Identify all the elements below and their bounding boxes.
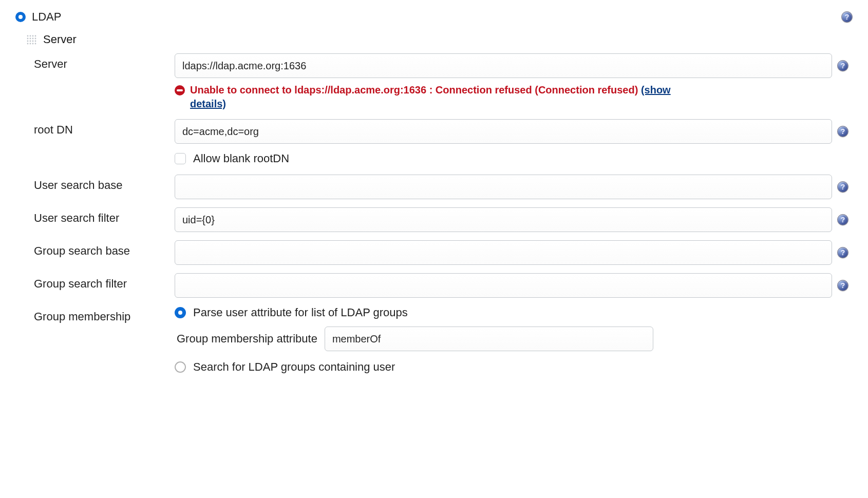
root-dn-label: root DN	[15, 119, 175, 137]
group-membership-parse-label: Parse user attribute for list of LDAP gr…	[193, 306, 408, 319]
svg-point-0	[27, 35, 29, 37]
group-search-filter-input[interactable]	[175, 273, 832, 298]
svg-point-1	[30, 35, 31, 37]
svg-point-7	[35, 38, 36, 40]
group-membership-attr-input[interactable]	[325, 327, 653, 351]
svg-point-4	[27, 38, 29, 40]
group-membership-search-label: Search for LDAP groups containing user	[193, 360, 395, 374]
user-search-filter-label: User search filter	[15, 207, 175, 225]
allow-blank-rootdn-checkbox[interactable]	[175, 153, 186, 164]
user-search-base-input[interactable]	[175, 175, 832, 199]
ldap-radio[interactable]	[15, 12, 26, 22]
svg-point-2	[32, 35, 34, 37]
server-subheader: Server	[43, 33, 77, 46]
help-icon[interactable]: ?	[837, 60, 848, 71]
svg-point-14	[32, 43, 34, 45]
group-search-base-input[interactable]	[175, 240, 832, 265]
section-title-ldap: LDAP	[32, 10, 61, 24]
svg-point-12	[27, 43, 29, 45]
svg-point-15	[35, 43, 36, 45]
user-search-filter-input[interactable]	[175, 207, 832, 232]
drag-handle-icon[interactable]	[26, 34, 37, 45]
server-label: Server	[15, 53, 175, 71]
help-icon[interactable]: ?	[837, 126, 848, 137]
svg-point-13	[30, 43, 31, 45]
svg-point-8	[27, 41, 29, 42]
group-membership-parse-radio[interactable]	[175, 307, 186, 318]
svg-point-10	[32, 41, 34, 42]
svg-point-5	[30, 38, 31, 40]
allow-blank-rootdn-label: Allow blank rootDN	[193, 152, 289, 165]
help-icon[interactable]: ?	[837, 247, 848, 258]
svg-point-11	[35, 41, 36, 42]
server-error-text: Unable to connect to ldaps://ldap.acme.o…	[190, 83, 678, 111]
svg-point-6	[32, 38, 34, 40]
error-icon	[175, 85, 185, 95]
user-search-base-label: User search base	[15, 175, 175, 192]
server-error-message: Unable to connect to ldaps://ldap.acme.o…	[190, 84, 641, 95]
help-icon[interactable]: ?	[841, 11, 853, 23]
svg-point-3	[35, 35, 36, 37]
group-membership-search-radio[interactable]	[175, 361, 186, 373]
group-membership-radiogroup: Parse user attribute for list of LDAP gr…	[175, 306, 848, 381]
help-icon[interactable]: ?	[837, 181, 848, 193]
server-input[interactable]	[175, 53, 832, 78]
root-dn-input[interactable]	[175, 119, 832, 144]
group-search-filter-label: Group search filter	[15, 273, 175, 291]
help-icon[interactable]: ?	[837, 214, 848, 225]
group-search-base-label: Group search base	[15, 240, 175, 258]
help-icon[interactable]: ?	[837, 280, 848, 291]
group-membership-label: Group membership	[15, 306, 175, 323]
group-membership-attr-label: Group membership attribute	[177, 332, 317, 346]
svg-point-9	[30, 41, 31, 42]
